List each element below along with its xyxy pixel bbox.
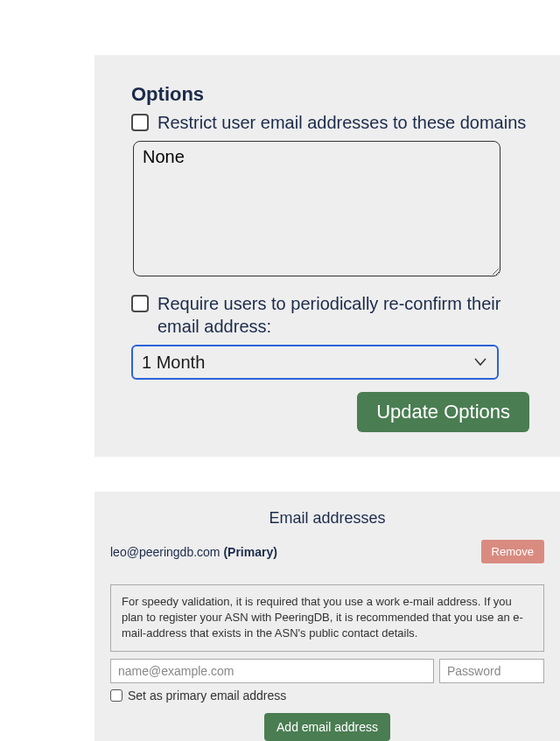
email-primary-badge: (Primary): [223, 545, 276, 559]
reconfirm-row: Require users to periodically re-confirm…: [131, 292, 529, 338]
set-primary-label: Set as primary email address: [128, 689, 286, 703]
restrict-domains-label: Restrict user email addresses to these d…: [158, 111, 526, 134]
password-input[interactable]: [439, 659, 544, 683]
reconfirm-checkbox[interactable]: [131, 295, 149, 312]
email-info-box: For speedy validation, it is required th…: [110, 584, 544, 652]
set-primary-checkbox[interactable]: [110, 689, 122, 702]
email-row: leo@peeringdb.com (Primary) Remove: [110, 540, 544, 563]
update-options-button[interactable]: Update Options: [357, 392, 529, 432]
set-primary-row: Set as primary email address: [110, 689, 544, 703]
email-entry: leo@peeringdb.com (Primary): [110, 545, 277, 559]
new-email-input[interactable]: [110, 659, 434, 683]
add-email-input-row: [110, 659, 544, 683]
options-panel: Options Restrict user email addresses to…: [94, 55, 560, 457]
restrict-domains-row: Restrict user email addresses to these d…: [131, 111, 529, 134]
email-addresses-panel: Email addresses leo@peeringdb.com (Prima…: [94, 492, 560, 741]
reconfirm-period-select[interactable]: 1 Month: [131, 345, 499, 380]
email-address-text: leo@peeringdb.com: [110, 545, 220, 559]
remove-email-button[interactable]: Remove: [481, 540, 544, 563]
add-email-button[interactable]: Add email address: [264, 713, 390, 741]
restricted-domains-textarea[interactable]: [133, 141, 500, 276]
reconfirm-period-wrap: 1 Month: [131, 345, 529, 380]
restrict-domains-checkbox[interactable]: [131, 114, 149, 131]
email-addresses-title: Email addresses: [110, 509, 544, 528]
reconfirm-label: Require users to periodically re-confirm…: [158, 292, 529, 338]
options-title: Options: [131, 83, 529, 106]
